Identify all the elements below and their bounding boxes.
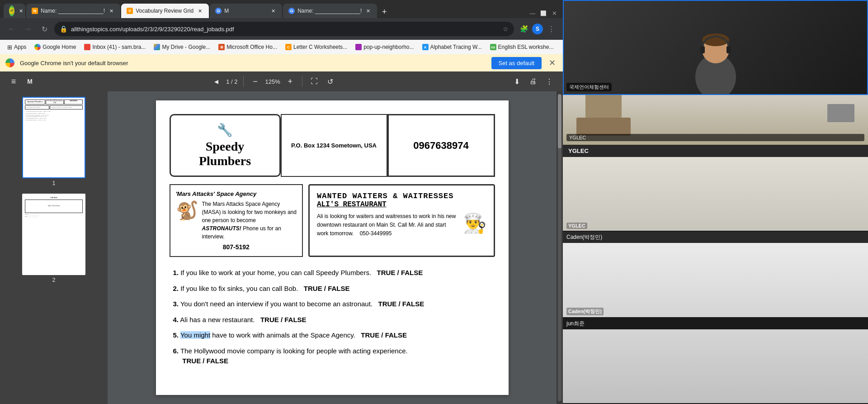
pdf-page: 🔧 Speedy Plumbers P.O. Box 1234 Sometown…	[156, 100, 509, 395]
menu-icon[interactable]: ⋮	[545, 23, 557, 35]
q2-tf: TRUE / FALSE	[304, 285, 350, 292]
pdf-content-area: Speedy Plumbers P.O. Box 1234 Sometown, …	[0, 91, 563, 404]
mars-phone: 807-5192	[176, 243, 297, 251]
lock-icon: 🔒	[60, 25, 67, 33]
bookmark-inbox[interactable]: Inbox (41) - sam.bra...	[80, 42, 149, 52]
right-panel-inner: 국제언어체험센터 YGLEC YGLEC YGLEC	[563, 0, 868, 404]
tab-4-label: M	[224, 8, 267, 14]
bookmark-alphabet[interactable]: A Alphabet Tracing W...	[419, 42, 486, 52]
q4-num: 4.	[173, 316, 179, 323]
pdf-prev-page[interactable]: ◂	[210, 75, 222, 88]
bookmark-apps[interactable]: ⊞ Apps	[4, 42, 30, 52]
bookmark-drive-label: My Drive - Google...	[162, 44, 210, 50]
thumbnail-page-1[interactable]: Speedy Plumbers P.O. Box 1234 Sometown, …	[5, 97, 102, 186]
address-bar[interactable]: 🔒 allthingstopics.com/uploads/2/3/2/9/23…	[54, 22, 514, 36]
forward-button[interactable]: →	[22, 23, 34, 35]
pdf-download-button[interactable]: ⬇	[510, 75, 523, 88]
pdf-print-button[interactable]: 🖨	[527, 75, 539, 88]
mars-content: 🐒 The Mars Attacks Space Agency (MASA) i…	[176, 200, 297, 241]
q5-num: 5.	[173, 331, 179, 339]
toolbar: ← → ↻ 🔒 allthingstopics.com/uploads/2/3/…	[0, 18, 563, 40]
q5-highlight: You might	[180, 331, 210, 339]
q3-num: 3.	[173, 300, 179, 308]
main-video-label: 국제언어체험센터	[566, 83, 612, 91]
bookmark-google-home[interactable]: Google Home	[31, 42, 80, 52]
tab-3[interactable]: V Vocabulary Review Grid ✕	[121, 4, 209, 18]
mars-box: 'Mars Attacks' Space Agency 🐒 The Mars A…	[170, 184, 303, 257]
tab-close-logo[interactable]: ✕	[17, 7, 24, 14]
video-background	[563, 0, 868, 95]
tab-close-3[interactable]: ✕	[196, 7, 203, 14]
extensions-icon[interactable]: 🧩	[518, 23, 530, 35]
pdf-more-menu-button[interactable]: ⋮	[543, 75, 556, 88]
thumb-video-label: YGLEC	[566, 134, 864, 141]
tab-close-2[interactable]: ✕	[108, 7, 115, 14]
pdf-fit-page-button[interactable]: ⛶	[308, 75, 321, 88]
pdf-divider	[243, 76, 244, 87]
thumb-num-1: 1	[52, 180, 56, 186]
question-2: 2. If you like to fix sinks, you can cal…	[173, 284, 491, 294]
scroll-thumb[interactable]	[558, 94, 561, 148]
scroll-track[interactable]	[558, 94, 561, 401]
zoom-out-button[interactable]: −	[249, 75, 262, 88]
bookmark-drive[interactable]: My Drive - Google...	[150, 42, 214, 52]
pdf-toolbar: ≡ M ◂ 1 / 2 − 125% + ⛶ ↺ ⬇ 🖨 ⋮	[0, 71, 563, 91]
pdf-main-area[interactable]: 🔧 Speedy Plumbers P.O. Box 1234 Sometown…	[108, 91, 557, 404]
mars-text: The Mars Attacks Space Agency (MASA) is …	[202, 200, 297, 241]
close-button[interactable]: ✕	[549, 8, 559, 18]
yglec-text: YGLEC	[568, 147, 589, 154]
minimize-button[interactable]: —	[528, 8, 538, 18]
set-default-button[interactable]: Set as default	[491, 57, 542, 69]
q5-tf: TRUE / FALSE	[361, 331, 407, 339]
tab-logo[interactable]: 🌴 ✕	[4, 4, 25, 18]
bookmark-letter-c[interactable]: C Letter C Worksheets...	[282, 42, 351, 52]
zoom-level: 125%	[265, 78, 280, 85]
tab-5[interactable]: G Name: _______________! ✕	[283, 4, 377, 18]
pdf-scrollbar[interactable]	[557, 91, 563, 404]
bookmark-ms-office[interactable]: ⊞ Microsoft Office Ho...	[215, 42, 281, 52]
questions-section: 1. If you like to work at your home, you…	[170, 268, 495, 366]
bookmark-popup-label: pop-up-neighborho...	[363, 44, 414, 50]
speedy-title: Speedy Plumbers	[180, 139, 270, 168]
main-video: 국제언어체험센터	[563, 0, 868, 95]
back-button[interactable]: ←	[5, 23, 18, 35]
pdf-rotate-button[interactable]: ↺	[324, 75, 337, 88]
caden-text: Caden(박정민)	[566, 234, 602, 240]
tab-4[interactable]: G M ✕	[210, 4, 282, 18]
bookmark-alphabet-label: Alphabet Tracing W...	[430, 44, 482, 50]
page-indicator: 1 / 2	[226, 78, 237, 85]
phone-box: 0967638974	[387, 114, 495, 177]
info-bar: Google Chrome isn't your default browser…	[0, 54, 563, 71]
zoom-in-button[interactable]: +	[284, 75, 297, 88]
bookmark-star-icon[interactable]: ☆	[503, 25, 509, 33]
thumb-video: YGLEC	[563, 95, 868, 145]
tab-close-5[interactable]: ✕	[364, 7, 372, 14]
thumb-num-2: 2	[52, 277, 56, 283]
tab-close-4[interactable]: ✕	[269, 7, 277, 14]
mars-title: 'Mars Attacks' Space Agency	[176, 190, 297, 197]
thumbnail-page-2[interactable]: Job Ads Table / Grid Content Name: _____…	[5, 194, 102, 283]
maximize-button[interactable]: ⬜	[538, 8, 548, 18]
speedy-icon: 🔧	[180, 123, 270, 138]
profile-avatar[interactable]: S	[532, 24, 543, 34]
q6-num: 6.	[173, 347, 179, 355]
new-tab-button[interactable]: +	[378, 5, 391, 18]
bookmark-popup[interactable]: pop-up-neighborho...	[352, 42, 417, 52]
infobar-close-button[interactable]: ✕	[547, 56, 557, 70]
bookmark-inbox-label: Inbox (41) - sam.bra...	[92, 44, 146, 50]
pdf-sidebar[interactable]: Speedy Plumbers P.O. Box 1234 Sometown, …	[0, 91, 108, 404]
speedy-plumbers-box: 🔧 Speedy Plumbers	[170, 114, 281, 177]
speedy-phone: 0967638974	[413, 140, 468, 152]
pdf-toolbar-center: ◂ 1 / 2 − 125% + ⛶ ↺	[42, 75, 505, 88]
pdf-hamburger-menu[interactable]: ≡	[7, 75, 20, 88]
bookmark-google-home-label: Google Home	[42, 44, 76, 50]
tab-2[interactable]: N Name: _______________! ✕	[26, 4, 120, 18]
q6-tf: TRUE / FALSE	[182, 357, 228, 365]
bookmark-isl[interactable]: isl English ESL workshe...	[486, 42, 557, 52]
question-3: 3. You don't need an interview if you wa…	[173, 299, 491, 309]
bookmark-isl-label: English ESL workshe...	[498, 44, 554, 50]
browser-window: 🌴 ✕ N Name: _______________! ✕ V Vocabul…	[0, 0, 563, 404]
refresh-button[interactable]: ↻	[38, 23, 51, 35]
speedy-address: P.O. Box 1234 Sometown, USA	[291, 142, 377, 149]
info-text: Google Chrome isn't your default browser	[20, 60, 486, 67]
